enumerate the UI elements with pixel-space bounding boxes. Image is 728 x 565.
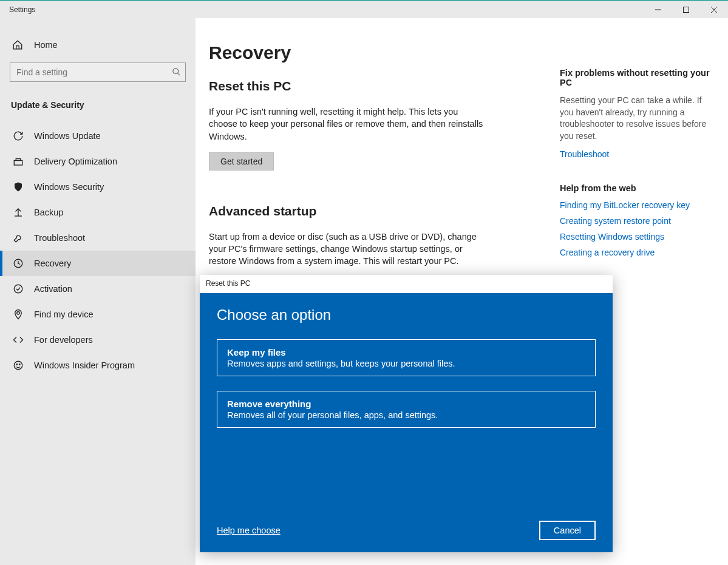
get-started-button[interactable]: Get started — [209, 152, 274, 171]
dialog-heading: Choose an option — [217, 306, 596, 323]
sidebar-item-label: Find my device — [34, 310, 94, 319]
option-desc: Removes all of your personal files, apps… — [227, 410, 585, 420]
svg-point-4 — [173, 69, 179, 74]
svg-point-14 — [19, 364, 21, 365]
option-title: Remove everything — [227, 399, 585, 409]
reset-pc-section: Reset this PC If your PC isn't running w… — [209, 79, 555, 171]
sidebar-item-troubleshoot[interactable]: Troubleshoot — [0, 225, 196, 251]
dialog-title: Reset this PC — [200, 275, 613, 293]
advanced-text: Start up from a device or disc (such as … — [209, 231, 488, 268]
help-link-bitlocker[interactable]: Finding my BitLocker recovery key — [560, 200, 710, 210]
sync-icon — [12, 130, 24, 141]
wrench-icon — [12, 232, 24, 243]
sidebar-item-delivery-optimization[interactable]: Delivery Optimization — [0, 149, 196, 174]
svg-point-11 — [17, 312, 20, 315]
help-me-choose-link[interactable]: Help me choose — [217, 526, 281, 535]
svg-rect-1 — [684, 7, 689, 12]
sidebar-item-find-my-device[interactable]: Find my device — [0, 302, 196, 327]
option-title: Keep my files — [227, 347, 585, 357]
window-title: Settings — [9, 5, 35, 14]
sidebar-item-label: Troubleshoot — [34, 233, 85, 243]
sidebar-item-label: Windows Insider Program — [34, 360, 135, 370]
shield-icon — [12, 181, 24, 192]
help-web-heading: Help from the web — [560, 183, 710, 193]
sidebar-item-recovery[interactable]: Recovery — [0, 251, 196, 276]
option-remove-everything[interactable]: Remove everything Removes all of your pe… — [217, 391, 596, 428]
optimization-icon — [12, 156, 24, 167]
sidebar-item-label: For developers — [34, 335, 93, 345]
troubleshoot-link[interactable]: Troubleshoot — [560, 149, 710, 159]
insider-icon — [12, 360, 24, 371]
svg-point-10 — [14, 285, 22, 293]
sidebar-item-label: Activation — [34, 284, 72, 294]
sidebar-item-windows-update[interactable]: Windows Update — [0, 123, 196, 149]
sidebar-home-label: Home — [34, 40, 58, 50]
location-icon — [12, 309, 24, 320]
sidebar-item-label: Recovery — [34, 259, 71, 268]
help-link-reset-settings[interactable]: Resetting Windows settings — [560, 232, 710, 242]
reset-pc-dialog: Reset this PC Choose an option Keep my f… — [200, 275, 613, 552]
sidebar-item-insider-program[interactable]: Windows Insider Program — [0, 353, 196, 378]
check-circle-icon — [12, 283, 24, 294]
reset-heading: Reset this PC — [209, 79, 555, 93]
minimize-button[interactable] — [644, 1, 672, 19]
backup-icon — [12, 207, 24, 218]
sidebar-home[interactable]: Home — [0, 33, 196, 63]
sidebar-item-backup[interactable]: Backup — [0, 200, 196, 225]
sidebar-item-windows-security[interactable]: Windows Security — [0, 174, 196, 200]
fix-heading: Fix problems without resetting your PC — [560, 68, 710, 87]
help-link-recovery-drive[interactable]: Creating a recovery drive — [560, 248, 710, 257]
sidebar-item-label: Windows Security — [34, 182, 104, 192]
help-link-restore-point[interactable]: Creating system restore point — [560, 216, 710, 226]
page-title: Recovery — [209, 42, 555, 63]
search-input[interactable] — [10, 63, 186, 82]
option-desc: Removes apps and settings, but keeps you… — [227, 359, 585, 368]
developer-icon — [12, 334, 24, 345]
fix-text: Resetting your PC can take a while. If y… — [560, 95, 710, 142]
svg-line-5 — [177, 73, 180, 75]
reset-text: If your PC isn't running well, resetting… — [209, 106, 488, 143]
sidebar-item-activation[interactable]: Activation — [0, 276, 196, 302]
home-icon — [12, 39, 24, 50]
recovery-icon — [12, 258, 24, 269]
option-keep-my-files[interactable]: Keep my files Removes apps and settings,… — [217, 339, 596, 376]
sidebar-item-label: Windows Update — [34, 131, 101, 141]
cancel-button[interactable]: Cancel — [539, 521, 596, 540]
svg-point-12 — [14, 361, 22, 370]
advanced-heading: Advanced startup — [209, 204, 555, 218]
close-button[interactable] — [700, 1, 728, 19]
sidebar: Home Update & Security Windows Update De… — [0, 18, 196, 565]
svg-rect-6 — [14, 161, 22, 166]
window-titlebar: Settings — [0, 0, 728, 18]
sidebar-item-label: Delivery Optimization — [34, 157, 117, 166]
search-icon — [172, 67, 181, 76]
sidebar-section-label: Update & Security — [0, 94, 196, 123]
maximize-button[interactable] — [672, 1, 700, 19]
sidebar-item-for-developers[interactable]: For developers — [0, 327, 196, 353]
sidebar-item-label: Backup — [34, 208, 63, 217]
svg-point-13 — [16, 364, 18, 365]
